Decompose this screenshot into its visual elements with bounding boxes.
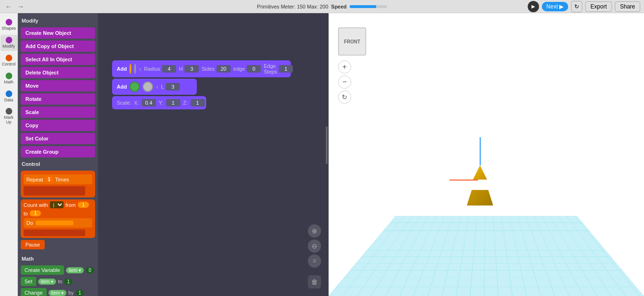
front-cube: FRONT (338, 27, 366, 56)
to-input[interactable] (30, 210, 41, 216)
sidebar-item-math[interactable]: Math (0, 71, 17, 87)
front-label: FRONT (344, 39, 360, 44)
change-row: Change item ▾ by 1 (21, 288, 95, 296)
zoom-out-button[interactable]: − (338, 75, 351, 89)
y-input[interactable] (166, 99, 180, 107)
zoom-controls: + − ↻ (338, 60, 351, 104)
sidebar-item-control[interactable]: Control (0, 53, 17, 69)
edge-steps-group: Edge Steps (264, 63, 293, 74)
shape-gray-1[interactable] (134, 64, 136, 74)
next-button[interactable]: Next ▶ (542, 2, 569, 11)
do-label: Do (26, 220, 33, 226)
canvas-icons: ⊕ ⊖ = (308, 224, 321, 268)
zoom-in-canvas-button[interactable]: ⊕ (308, 224, 321, 238)
pause-button[interactable]: Pause (21, 240, 45, 249)
edge-steps-input[interactable] (279, 65, 293, 73)
set-item-badge[interactable]: item ▾ (38, 279, 56, 285)
h-label: H (179, 66, 183, 72)
code-canvas: Add ‹ Radius H Sides edge (98, 13, 329, 296)
code-scrollbar[interactable] (325, 13, 329, 296)
create-variable-btn[interactable]: Create Variable (21, 265, 64, 275)
viewport-grid (329, 216, 644, 296)
speed-slider[interactable] (349, 5, 387, 8)
delete-object-button[interactable]: Delete Object (21, 67, 95, 78)
z-input[interactable] (191, 99, 205, 107)
back-button[interactable]: ← (4, 2, 13, 11)
by-label: by (68, 290, 74, 296)
reset-view-canvas-button[interactable]: = (308, 255, 321, 268)
radius-input[interactable] (162, 65, 176, 73)
right-controls: ▶ Next ▶ ↻ Export Share (528, 1, 640, 12)
edge-steps-label: Edge Steps (264, 63, 277, 74)
rotate-button[interactable]: Rotate (21, 93, 95, 105)
3d-viewport[interactable]: FRONT + − ↻ (329, 13, 644, 296)
x-input[interactable] (142, 99, 156, 107)
copy-button[interactable]: Copy (21, 120, 95, 131)
count-var-select[interactable]: j (50, 201, 64, 208)
scale-button[interactable]: Scale (21, 107, 95, 118)
edge-input[interactable] (247, 65, 261, 73)
primitives-meter: Primitives Meter: 150 Max: 200 Speed (257, 4, 387, 9)
from-label: from (65, 202, 76, 208)
icon-sidebar: Shapes Modify Control Math Data Mark Up (0, 13, 18, 296)
shapes-label: Shapes (1, 26, 16, 31)
add-block-2: Add ‹ L (112, 79, 197, 95)
from-input[interactable] (78, 202, 89, 208)
shape-yellow-1[interactable] (129, 64, 131, 74)
primitives-text: Primitives Meter: 150 Max: 200 (257, 4, 329, 9)
set-color-button[interactable]: Set Color (21, 133, 95, 144)
shapes-icon (6, 19, 12, 25)
zoom-out-canvas-button[interactable]: ⊖ (308, 239, 321, 253)
sidebar-item-markup[interactable]: Mark Up (0, 106, 17, 127)
l-group: L (161, 83, 180, 90)
select-all-in-object-button[interactable]: Select All In Object (21, 54, 95, 65)
create-group-button[interactable]: Create Group (21, 146, 95, 157)
l-input[interactable] (166, 83, 180, 90)
math-label: Math (4, 80, 13, 85)
object-top (473, 165, 487, 180)
shape-green-2[interactable] (129, 82, 140, 92)
set-btn[interactable]: Set (21, 277, 36, 286)
add-block-1: Add ‹ Radius H Sides edge (112, 60, 291, 77)
sides-input[interactable] (217, 65, 231, 73)
scale-block: Scale: X: Y: Z: (112, 96, 206, 109)
x-label: X: (134, 100, 139, 106)
3d-object (464, 137, 497, 206)
share-button[interactable]: Share (615, 1, 640, 12)
create-variable-row: Create Variable item ▾ 0 (21, 265, 95, 275)
y-label: Y: (159, 100, 163, 106)
sidebar-item-data[interactable]: Data (0, 89, 17, 105)
object-arrow-h (450, 180, 478, 181)
repeat-count[interactable]: 1 (45, 176, 53, 182)
change-btn[interactable]: Change (21, 288, 47, 296)
reset-button[interactable]: ↻ (571, 1, 582, 12)
edge-label: edge (233, 66, 245, 72)
sidebar-item-modify[interactable]: Modify (0, 35, 17, 51)
play-button[interactable]: ▶ (528, 1, 539, 12)
trash-button[interactable]: 🗑 (308, 275, 321, 288)
speed-label: Speed (331, 4, 346, 9)
change-item-badge[interactable]: item ▾ (48, 290, 67, 296)
shape-gray-2[interactable] (143, 82, 153, 92)
rotate-button-3d[interactable]: ↻ (338, 90, 351, 104)
h-input[interactable] (185, 65, 199, 73)
repeat-inner: Repeat 1 Times (24, 174, 92, 184)
forward-button[interactable]: → (16, 2, 25, 11)
item-badge[interactable]: item ▾ (66, 267, 84, 273)
add-copy-of-object-button[interactable]: Add Copy of Object (21, 41, 95, 52)
z-label: Z: (183, 100, 188, 106)
move-button[interactable]: Move (21, 80, 95, 91)
data-icon (6, 90, 12, 97)
count-with-label: Count with (24, 202, 48, 208)
next-icon: ▶ (559, 3, 564, 10)
modify-section-title: Modify (21, 16, 95, 25)
l-label: L (161, 84, 164, 90)
export-button[interactable]: Export (585, 1, 612, 12)
chevron-1[interactable]: ‹ (139, 65, 141, 73)
zoom-in-button[interactable]: + (338, 60, 351, 74)
scroll-thumb (326, 126, 328, 164)
add-label-2: Add (117, 84, 127, 90)
create-new-object-button[interactable]: Create New Object (21, 27, 95, 39)
sidebar-item-shapes[interactable]: Shapes (0, 17, 17, 33)
chevron-2[interactable]: ‹ (156, 83, 158, 90)
